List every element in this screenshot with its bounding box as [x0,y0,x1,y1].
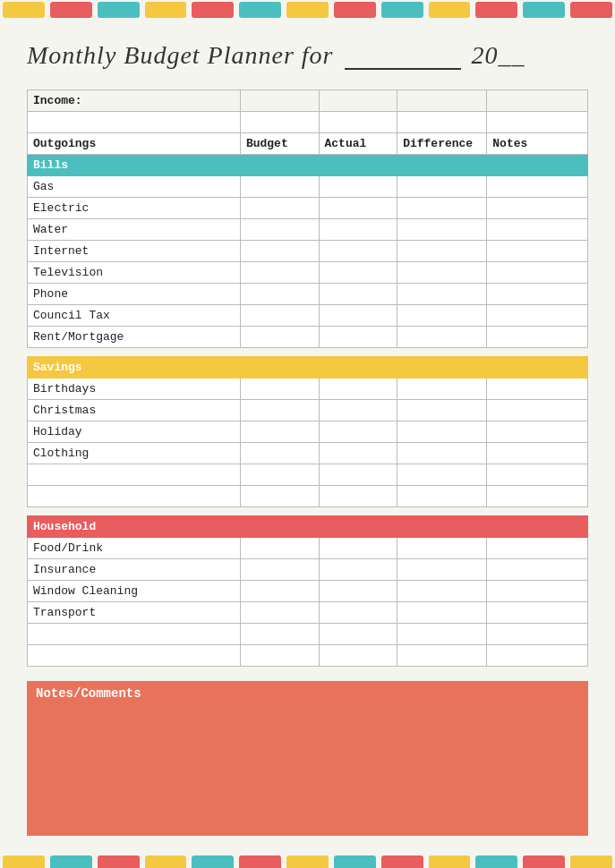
table-row: Holiday [28,421,588,442]
col-header-actual: Actual [319,132,397,154]
household-empty-row-1 [28,623,588,644]
top-border [0,0,615,20]
income-notes [487,89,588,111]
gas-notes [487,175,588,197]
table-row: Council Tax [28,304,588,326]
bottom-block-13 [570,855,612,868]
item-rent-mortgage: Rent/Mortgage [28,326,241,347]
bottom-block-6 [239,855,281,868]
table-row: Clothing [28,442,588,464]
bottom-block-3 [98,855,140,868]
notes-container: Notes/Comments [27,681,588,836]
col-header-notes: Notes [487,132,588,154]
bottom-block-1 [3,855,45,868]
bottom-block-8 [334,855,376,868]
gas-budget [240,175,319,197]
table-row: Phone [28,283,588,304]
budget-table: Income: Outgoings Budget Actual Differen… [27,89,588,667]
item-internet: Internet [28,240,241,261]
spacer-row-2 [28,506,588,515]
table-row: Christmas [28,399,588,421]
item-transport: Transport [28,601,241,623]
savings-empty-row-2 [28,485,588,506]
bottom-block-4 [145,855,187,868]
item-christmas: Christmas [28,399,241,421]
table-row: Electric [28,197,588,218]
bills-label: Bills [28,154,588,175]
col-header-outgoings: Outgoings [28,132,241,154]
income-row: Income: [28,89,588,111]
table-row: Birthdays [28,378,588,399]
household-empty-row-2 [28,644,588,666]
bills-category-header: Bills [28,154,588,175]
table-row: Gas [28,175,588,197]
table-row: Food/Drink [28,537,588,558]
table-row: Television [28,261,588,283]
bottom-block-11 [475,855,517,868]
title-line [345,39,461,70]
table-row: Rent/Mortgage [28,326,588,347]
income-diff [397,89,487,111]
income-label: Income: [28,89,241,111]
savings-label: Savings [28,356,588,378]
item-television: Television [28,261,241,283]
main-content: Monthly Budget Planner for 20__ Income: … [0,20,615,854]
bottom-block-2 [50,855,92,868]
household-label: Household [28,515,588,537]
savings-category-header: Savings [28,356,588,378]
column-header-row: Outgoings Budget Actual Difference Notes [28,132,588,154]
gas-diff [397,175,487,197]
item-phone: Phone [28,283,241,304]
border-block-8 [334,2,376,18]
item-insurance: Insurance [28,558,241,580]
spacer-row [28,347,588,356]
item-electric: Electric [28,197,241,218]
income-budget [240,89,319,111]
border-block-7 [286,2,329,18]
border-block-9 [381,2,423,18]
bottom-block-5 [192,855,234,868]
household-category-header: Household [28,515,588,537]
savings-empty-row-1 [28,464,588,485]
income-empty-row [28,111,588,132]
item-gas: Gas [28,175,241,197]
table-row: Insurance [28,558,588,580]
income-actual [319,89,397,111]
notes-body[interactable] [34,706,581,836]
table-row: Window Cleaning [28,580,588,601]
border-block-11 [475,2,517,18]
page-title: Monthly Budget Planner for 20__ [27,41,588,73]
border-block-4 [145,2,187,18]
title-text: Monthly Budget Planner for [27,41,334,69]
item-water: Water [28,218,241,240]
notes-section: Notes/Comments [27,681,588,836]
col-header-budget: Budget [240,132,319,154]
title-year: 20__ [472,41,525,69]
bottom-block-12 [523,855,565,868]
table-row: Internet [28,240,588,261]
bottom-border [0,854,615,868]
item-holiday: Holiday [28,421,241,442]
notes-header: Notes/Comments [27,681,588,706]
border-block-6 [239,2,281,18]
border-block-13 [570,2,612,18]
border-block-10 [429,2,471,18]
border-block-5 [192,2,234,18]
item-council-tax: Council Tax [28,304,241,326]
table-row: Transport [28,601,588,623]
table-row: Water [28,218,588,240]
border-block-1 [3,2,45,18]
border-block-12 [523,2,565,18]
border-block-2 [50,2,92,18]
bottom-block-7 [286,855,329,868]
bottom-block-9 [381,855,423,868]
col-header-difference: Difference [397,132,487,154]
item-birthdays: Birthdays [28,378,241,399]
item-clothing: Clothing [28,442,241,464]
item-food-drink: Food/Drink [28,537,241,558]
gas-actual [319,175,397,197]
border-block-3 [98,2,140,18]
bottom-block-10 [429,855,471,868]
item-window-cleaning: Window Cleaning [28,580,241,601]
